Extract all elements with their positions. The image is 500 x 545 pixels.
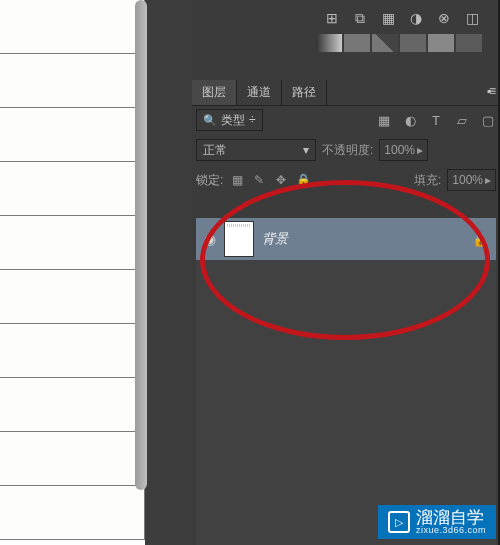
canvas-row bbox=[0, 270, 145, 324]
blend-row: 正常 ▾ 不透明度: 100% ▸ bbox=[196, 138, 496, 162]
filter-adjustment-icon[interactable]: ◐ bbox=[402, 112, 418, 128]
canvas-row bbox=[0, 486, 145, 540]
filter-label: 类型 bbox=[221, 112, 245, 129]
gradient-swatch[interactable] bbox=[428, 34, 454, 52]
opacity-label: 不透明度: bbox=[322, 142, 373, 159]
palette-icon[interactable]: ⧉ bbox=[350, 8, 370, 28]
filter-smartobject-icon[interactable]: ▢ bbox=[480, 112, 496, 128]
blend-mode-value: 正常 bbox=[203, 142, 227, 159]
search-icon: 🔍 bbox=[203, 114, 217, 127]
layer-name[interactable]: 背景 bbox=[262, 230, 464, 248]
fill-label: 填充: bbox=[414, 172, 441, 189]
filter-text-icon[interactable]: T bbox=[428, 112, 444, 128]
chevron-down-icon: ▸ bbox=[417, 143, 423, 157]
lock-all-icon[interactable]: 🔒 bbox=[295, 172, 311, 188]
canvas-row bbox=[0, 432, 145, 486]
filter-type-dropdown[interactable]: 🔍 类型 ÷ bbox=[196, 109, 263, 131]
watermark-url: zixue.3d66.com bbox=[416, 526, 486, 535]
palette-icon[interactable]: ▦ bbox=[378, 8, 398, 28]
dropdown-arrow-icon: ÷ bbox=[249, 113, 256, 127]
fill-input[interactable]: 100% ▸ bbox=[447, 169, 496, 191]
chevron-down-icon: ▸ bbox=[485, 173, 491, 187]
panel-tabbar: 图层 通道 路径 ▪≡ bbox=[192, 80, 500, 106]
lock-paint-icon[interactable]: ✎ bbox=[251, 172, 267, 188]
tab-layers[interactable]: 图层 bbox=[192, 80, 237, 105]
gradient-swatch[interactable] bbox=[316, 34, 342, 52]
visibility-eye-icon[interactable]: ◉ bbox=[204, 231, 216, 247]
lock-row: 锁定: ▦ ✎ ✥ 🔒 填充: 100% ▸ bbox=[196, 168, 496, 192]
canvas-row bbox=[0, 54, 145, 108]
canvas-area[interactable] bbox=[0, 0, 145, 545]
lock-transparent-icon[interactable]: ▦ bbox=[229, 172, 245, 188]
palette-icon[interactable]: ⊞ bbox=[322, 8, 342, 28]
canvas-row bbox=[0, 378, 145, 432]
canvas-row bbox=[0, 108, 145, 162]
watermark: ▷ 溜溜自学 zixue.3d66.com bbox=[378, 505, 496, 539]
canvas-row bbox=[0, 324, 145, 378]
dropdown-arrow-icon: ▾ bbox=[303, 143, 309, 157]
palette-icon[interactable]: ◑ bbox=[406, 8, 426, 28]
layer-filter-row: 🔍 类型 ÷ ▦ ◐ T ▱ ▢ bbox=[196, 108, 496, 132]
vertical-scrollbar[interactable] bbox=[135, 0, 147, 490]
canvas-row bbox=[0, 0, 145, 54]
fill-value: 100% bbox=[452, 173, 483, 187]
palette-icon[interactable]: ◫ bbox=[462, 8, 482, 28]
gradient-swatch[interactable] bbox=[372, 34, 398, 52]
lock-label: 锁定: bbox=[196, 172, 223, 189]
canvas-pasteboard bbox=[147, 0, 193, 545]
tab-paths[interactable]: 路径 bbox=[282, 80, 327, 105]
canvas-row bbox=[0, 216, 145, 270]
mini-palette: ⊞ ⧉ ▦ ◑ ⊗ ◫ bbox=[214, 8, 494, 58]
gradient-swatch[interactable] bbox=[344, 34, 370, 52]
lock-position-icon[interactable]: ✥ bbox=[273, 172, 289, 188]
filter-shape-icon[interactable]: ▱ bbox=[454, 112, 470, 128]
watermark-brand: 溜溜自学 bbox=[416, 509, 486, 526]
gradient-swatch[interactable] bbox=[456, 34, 482, 52]
opacity-value: 100% bbox=[384, 143, 415, 157]
play-icon: ▷ bbox=[388, 511, 410, 533]
gradient-swatch[interactable] bbox=[400, 34, 426, 52]
layer-row-background[interactable]: ◉ 背景 🔒 bbox=[196, 218, 496, 260]
layer-locked-icon: 🔒 bbox=[472, 232, 488, 247]
canvas-row bbox=[0, 162, 145, 216]
layer-thumbnail[interactable] bbox=[224, 221, 254, 257]
tab-channels[interactable]: 通道 bbox=[237, 80, 282, 105]
opacity-input[interactable]: 100% ▸ bbox=[379, 139, 428, 161]
filter-pixel-icon[interactable]: ▦ bbox=[376, 112, 392, 128]
layers-empty-area[interactable] bbox=[196, 260, 496, 545]
palette-icon[interactable]: ⊗ bbox=[434, 8, 454, 28]
panels-zone: ⊞ ⧉ ▦ ◑ ⊗ ◫ 图层 通道 路径 ▪≡ 🔍 类型 ÷ ▦ ◐ bbox=[192, 0, 500, 545]
blend-mode-dropdown[interactable]: 正常 ▾ bbox=[196, 139, 316, 161]
